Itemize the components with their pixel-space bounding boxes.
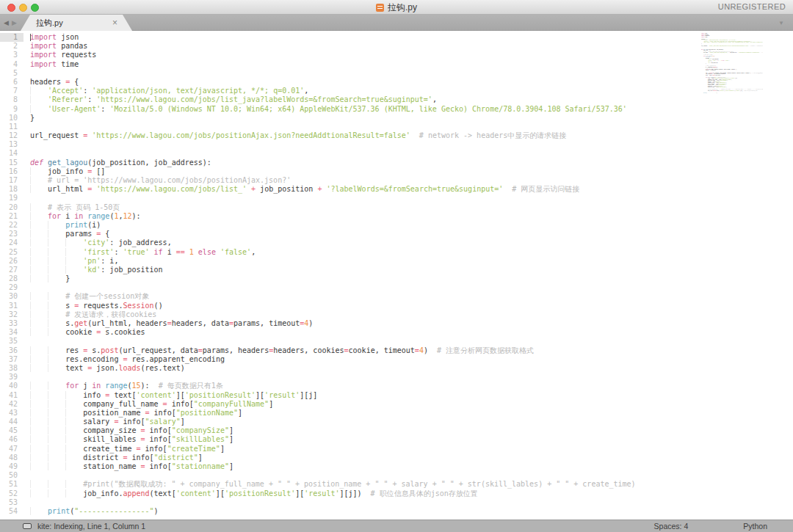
indent-guide <box>48 257 65 265</box>
indent-guide <box>48 418 65 426</box>
indent-guide <box>30 445 48 453</box>
indent-guide <box>30 355 48 363</box>
code-line: def get_lagou(job_position, job_address)… <box>30 158 793 167</box>
tab-label: 拉钩.py <box>36 18 112 29</box>
indent-guide <box>48 319 65 327</box>
status-indentation[interactable]: Spaces: 4 <box>654 522 689 531</box>
kite-status-icon[interactable] <box>23 523 32 529</box>
code-line: params = { <box>30 230 793 238</box>
code-line: # url = 'https://www.lagou.com/jobs/posi… <box>30 176 793 185</box>
code-line <box>30 471 793 480</box>
indent-guide <box>30 292 48 300</box>
indent-guide <box>48 364 65 372</box>
indent-guide <box>65 418 83 426</box>
line-number: 49 <box>0 462 23 471</box>
line-number: 44 <box>0 418 23 426</box>
nav-forward-icon[interactable]: ▶ <box>12 19 17 26</box>
code-line: } <box>30 114 793 123</box>
indent-guide <box>65 391 83 399</box>
code-line: create_time = info["createTime"] <box>30 445 793 453</box>
code-line: company_full_name = info["companyFullNam… <box>30 400 793 409</box>
indent-guide <box>30 274 48 283</box>
code-line: s.get(url_html, headers=headers, data=pa… <box>30 319 793 328</box>
tab-close-icon[interactable]: × <box>112 18 117 27</box>
indent-guide <box>65 462 83 470</box>
nav-arrows: ◀ ▶ <box>4 15 17 31</box>
indent-guide <box>30 266 48 274</box>
code-line: 'city': job_address, <box>30 238 793 247</box>
indent-guide <box>65 480 83 488</box>
indent-guide <box>48 462 65 470</box>
code-line: import json <box>30 33 793 42</box>
line-number: 38 <box>0 364 23 373</box>
code-line: job_info = [] <box>30 167 793 176</box>
line-number: 24 <box>0 238 23 247</box>
line-number: 31 <box>0 302 23 310</box>
indent-guide <box>30 328 48 336</box>
indent-guide <box>65 257 83 265</box>
line-number: 33 <box>0 319 23 328</box>
indent-guide <box>30 435 48 443</box>
indent-guide <box>30 257 48 265</box>
line-number: 2 <box>0 42 23 51</box>
line-number: 28 <box>0 274 23 283</box>
line-number: 47 <box>0 445 23 453</box>
indent-guide <box>30 105 48 113</box>
status-kite-text[interactable]: kite: Indexing, Line 1, Column 1 <box>37 522 654 531</box>
code-line: headers = { <box>30 78 793 87</box>
indent-guide <box>48 445 65 453</box>
indent-guide <box>30 418 48 426</box>
code-line: 'pn': i, <box>30 257 793 266</box>
editor-area[interactable]: 1234567891011121314151617181920212223242… <box>0 31 793 520</box>
indent-guide <box>30 221 48 229</box>
indent-guide <box>30 346 48 354</box>
code-line: print("----------------") <box>701 92 763 94</box>
line-number: 22 <box>0 221 23 230</box>
code-line: district = info["district"] <box>30 453 793 462</box>
code-lines[interactable]: import jsonimport pandasimport requestsi… <box>23 31 793 520</box>
line-number: 50 <box>0 471 23 480</box>
line-number: 34 <box>0 328 23 337</box>
code-line <box>30 194 793 203</box>
indent-guide <box>48 238 65 247</box>
tab-overflow-icon[interactable]: ▼ <box>778 20 784 26</box>
code-line: import pandas <box>30 42 793 51</box>
line-number: 46 <box>0 435 23 444</box>
code-line: url_html = 'https://www.lagou.com/jobs/l… <box>30 185 793 194</box>
code-line: url_request = 'https://www.lagou.com/job… <box>30 131 793 140</box>
status-bar: kite: Indexing, Line 1, Column 1 Spaces:… <box>0 520 793 532</box>
indent-guide <box>30 382 48 390</box>
code-line: skill_lables = info["skillLables"] <box>30 435 793 444</box>
line-number: 42 <box>0 400 23 409</box>
nav-back-icon[interactable]: ◀ <box>4 19 9 26</box>
line-number: 51 <box>0 480 23 489</box>
indent-guide <box>30 310 48 318</box>
line-number: 18 <box>0 185 23 194</box>
tab-lagou-py[interactable]: 拉钩.py × <box>21 15 132 31</box>
indent-guide <box>30 95 48 103</box>
indent-guide <box>48 274 65 283</box>
line-number: 36 <box>0 346 23 355</box>
code-line <box>30 149 793 158</box>
minimap[interactable]: import jsonimport pandasimport requestsi… <box>701 33 763 128</box>
indent-guide <box>30 453 48 462</box>
indent-guide <box>48 221 65 229</box>
indent-guide <box>30 230 48 238</box>
status-language[interactable]: Python <box>743 522 767 531</box>
code-line: cookie = s.cookies <box>30 328 793 337</box>
indent-guide <box>65 266 83 274</box>
code-line <box>30 337 793 346</box>
code-line: for i in range(1,12): <box>30 212 793 221</box>
indent-guide <box>30 480 48 488</box>
line-number: 52 <box>0 489 23 498</box>
line-number: 27 <box>0 266 23 274</box>
sublime-window: 拉钩.py UNREGISTERED ◀ ▶ 拉钩.py × ▼ 1234567… <box>0 0 793 532</box>
line-number: 17 <box>0 176 23 185</box>
line-number: 3 <box>0 51 23 59</box>
indent-guide <box>30 203 48 211</box>
line-number: 11 <box>0 123 23 131</box>
indent-guide <box>30 212 48 220</box>
indent-guide <box>65 445 83 453</box>
code-line: import requests <box>30 51 793 59</box>
file-doc-icon <box>376 4 384 12</box>
